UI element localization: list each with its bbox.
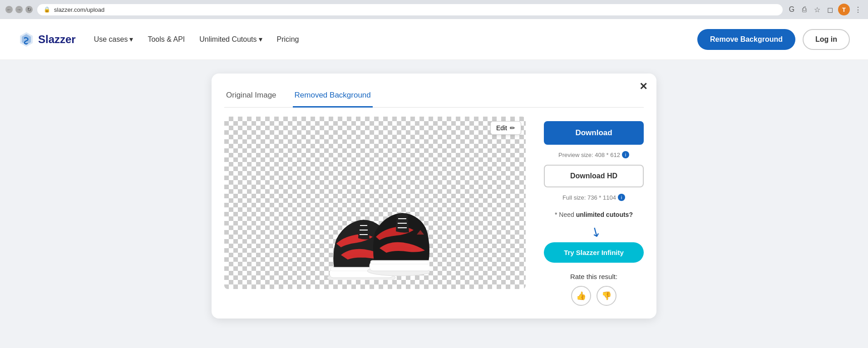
url-text: slazzer.com/upload <box>54 6 104 13</box>
full-size-info: Full size: 736 * 1104 i <box>544 194 644 201</box>
arrow-icon: ↙ <box>587 223 604 241</box>
browser-chrome: ← → ↻ 🔒 slazzer.com/upload G ⎙ ☆ ◻ T ⋮ <box>0 0 868 19</box>
address-bar[interactable]: 🔒 slazzer.com/upload <box>37 4 783 15</box>
back-button[interactable]: ← <box>5 6 13 13</box>
nav-links: Use cases ▾ Tools & API Unlimited Cutout… <box>94 35 697 44</box>
browser-actions: G ⎙ ☆ ◻ T ⋮ <box>787 4 863 15</box>
sneaker-image <box>321 198 429 280</box>
chevron-down-icon-2: ▾ <box>259 35 262 44</box>
nav-tools-api[interactable]: Tools & API <box>148 35 185 44</box>
svg-rect-11 <box>370 260 429 264</box>
close-button[interactable]: ✕ <box>639 81 647 93</box>
sneaker-wrapper <box>224 117 526 289</box>
nav-use-cases[interactable]: Use cases ▾ <box>94 35 133 44</box>
logo-link[interactable]: Slazzer <box>18 31 76 48</box>
thumbs-up-button[interactable]: 👍 <box>571 286 591 306</box>
image-preview <box>224 117 526 289</box>
logo-text: Slazzer <box>38 33 76 46</box>
unlimited-text: * Need unlimited cutouts? <box>544 211 644 218</box>
menu-icon[interactable]: ⋮ <box>853 5 863 14</box>
remove-background-button[interactable]: Remove Background <box>697 29 795 50</box>
pencil-icon: ✏ <box>510 124 515 132</box>
nav-unlimited-cutouts[interactable]: Unlimited Cutouts ▾ <box>199 35 262 44</box>
reload-button[interactable]: ↻ <box>25 6 33 13</box>
profile-icon[interactable]: ◻ <box>825 5 834 14</box>
google-icon[interactable]: G <box>787 5 796 14</box>
result-card: ✕ Original Image Removed Background Edit… <box>212 74 656 319</box>
tab-original-image[interactable]: Original Image <box>224 86 278 108</box>
rate-section: Rate this result: 👍 👎 <box>544 273 644 306</box>
download-button[interactable]: Download <box>544 121 644 145</box>
main-content: ✕ Original Image Removed Background Edit… <box>0 60 868 332</box>
unlimited-section: * Need unlimited cutouts? ↙ Try Slazzer … <box>544 211 644 263</box>
rate-buttons: 👍 👎 <box>544 286 644 306</box>
nav-actions: Remove Background Log in <box>697 29 850 50</box>
nav-pricing[interactable]: Pricing <box>277 35 299 44</box>
image-container: Edit ✏ <box>224 117 526 289</box>
slazzer-infinity-button[interactable]: Try Slazzer Infinity <box>544 242 644 263</box>
full-size-info-icon[interactable]: i <box>618 194 625 201</box>
preview-size-info: Preview size: 408 * 612 i <box>544 151 644 158</box>
login-button[interactable]: Log in <box>803 29 850 50</box>
tab-removed-background[interactable]: Removed Background <box>293 86 373 108</box>
download-hd-button[interactable]: Download HD <box>544 165 644 187</box>
chevron-down-icon: ▾ <box>129 35 133 44</box>
preview-info-icon[interactable]: i <box>622 151 629 158</box>
thumbs-down-button[interactable]: 👎 <box>597 286 616 306</box>
lock-icon: 🔒 <box>44 6 50 13</box>
tabs: Original Image Removed Background <box>224 86 644 108</box>
user-avatar[interactable]: T <box>838 4 850 15</box>
forward-button[interactable]: → <box>15 6 23 13</box>
right-panel: Download Preview size: 408 * 612 i Downl… <box>544 117 644 306</box>
content-area: Edit ✏ <box>224 117 644 306</box>
share-icon[interactable]: ⎙ <box>800 5 809 14</box>
bookmark-icon[interactable]: ☆ <box>813 5 822 14</box>
navbar: Slazzer Use cases ▾ Tools & API Unlimite… <box>0 19 868 60</box>
browser-nav-buttons: ← → ↻ <box>5 6 33 13</box>
rate-title: Rate this result: <box>544 273 644 280</box>
logo-icon <box>18 31 35 48</box>
edit-button[interactable]: Edit ✏ <box>490 121 521 135</box>
